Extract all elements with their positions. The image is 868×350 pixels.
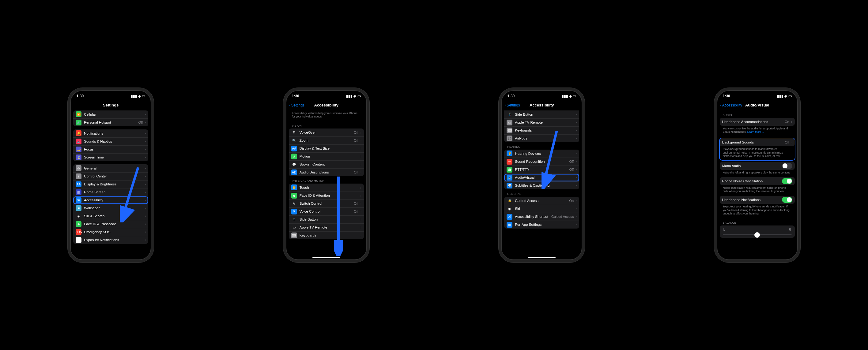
row-guided-access[interactable]: 🔒Guided AccessOn›: [504, 197, 579, 205]
slider-thumb[interactable]: [754, 232, 760, 238]
row-label: Touch: [300, 186, 359, 189]
row-label: Keyboards: [515, 129, 574, 132]
row-label: Face ID & Attention: [300, 194, 359, 197]
control-center-icon: 🎚: [76, 173, 82, 179]
row-siri-search[interactable]: ◉Siri & Search›: [73, 212, 148, 220]
row-value: Off: [354, 202, 358, 205]
row-keyboards[interactable]: ⌨Keyboards›: [504, 126, 579, 134]
row-hearing-devices[interactable]: 👂Hearing Devices›: [504, 150, 579, 158]
row-sound-recognition[interactable]: 〰Sound RecognitionOff›: [504, 158, 579, 166]
row-label: Wallpaper: [84, 206, 143, 210]
row-display-brightness[interactable]: AADisplay & Brightness›: [73, 180, 148, 188]
row-accessibility[interactable]: ⌘Accessibility›: [73, 196, 148, 204]
row-side-button[interactable]: 📱Side Button›: [289, 215, 364, 223]
row-mono-audio[interactable]: Mono Audio: [720, 162, 795, 170]
row-apple-tv-remote[interactable]: ▭Apple TV Remote›: [289, 223, 364, 231]
chevron-right-icon: ›: [576, 160, 577, 164]
row-label: Sounds & Haptics: [84, 140, 143, 143]
row-label: Switch Control: [300, 202, 354, 205]
row-airpods[interactable]: 🎧AirPods›: [504, 134, 579, 142]
slider-track[interactable]: [723, 234, 792, 235]
row-touch[interactable]: ✋Touch›: [289, 183, 364, 191]
row-audio-descriptions[interactable]: ADAudio DescriptionsOff›: [289, 168, 364, 176]
row-face-id-passcode[interactable]: ☻Face ID & Passcode›: [73, 220, 148, 228]
row-keyboards[interactable]: ⌨Keyboards›: [289, 231, 364, 239]
chevron-right-icon: ›: [360, 130, 362, 135]
hp-body: You can customize the audio for supporte…: [720, 126, 795, 136]
row-value: Off: [354, 210, 358, 213]
row-label: Audio/Visual: [515, 176, 574, 179]
row-per-app-settings[interactable]: ▦Per-App Settings›: [504, 220, 579, 229]
row-value: Off: [354, 170, 358, 174]
row-sounds-haptics[interactable]: 🔈Sounds & Haptics›: [73, 137, 148, 145]
battery-icon: ▭: [142, 94, 145, 98]
row-background-sounds[interactable]: Background Sounds Off ›: [720, 138, 795, 146]
settings-list[interactable]: 📶Cellular›🔗Personal HotspotOff› 🔔Notific…: [71, 110, 151, 259]
row-emergency-sos[interactable]: SOSEmergency SOS›: [73, 228, 148, 236]
row-voice-control[interactable]: 🎙Voice ControlOff›: [289, 207, 364, 215]
chevron-right-icon: ›: [576, 167, 577, 172]
accessibility-list[interactable]: Accessibility features help you customiz…: [286, 110, 366, 259]
row-switch-control[interactable]: ⇆Switch ControlOff›: [289, 200, 364, 207]
row-voiceover[interactable]: ☊VoiceOverOff›: [289, 129, 364, 136]
toggle-mono-audio[interactable]: [782, 163, 792, 169]
row-label: Voice Control: [300, 210, 354, 213]
section-balance: BALANCE: [720, 218, 795, 225]
row-label: Cellular: [84, 113, 143, 116]
row-wallpaper[interactable]: ❀Wallpaper›: [73, 204, 148, 212]
row-accessibility-shortcut[interactable]: ⌘Accessibility ShortcutGuided Access›: [504, 213, 579, 220]
row-personal-hotspot[interactable]: 🔗Personal HotspotOff›: [73, 118, 148, 126]
row-general[interactable]: ⚙General›: [73, 164, 148, 172]
row-apple-tv-remote[interactable]: ▭Apple TV Remote›: [504, 118, 579, 126]
home-indicator[interactable]: [528, 257, 556, 258]
accessibility-list[interactable]: 📱Side Button›▭Apple TV Remote›⌨Keyboards…: [502, 110, 582, 259]
back-button[interactable]: ‹ Settings: [289, 100, 305, 110]
row-siri[interactable]: ◉Siri›: [504, 205, 579, 213]
back-button[interactable]: ‹ Accessibility: [720, 100, 742, 110]
row-cellular[interactable]: 📶Cellular›: [73, 110, 148, 118]
back-button[interactable]: ‹ Settings: [505, 100, 520, 110]
audio-visual-list[interactable]: AUDIO Headphone Accommodations On › You …: [717, 110, 797, 259]
row-rtt-tty[interactable]: ☎RTT/TTYOff›: [504, 166, 579, 173]
row-label: Per-App Settings: [515, 223, 574, 226]
toggle-headphone-notifications[interactable]: [782, 197, 792, 203]
touch-icon: ✋: [291, 184, 297, 190]
learn-more-link[interactable]: Learn more…: [747, 130, 764, 133]
row-home-screen[interactable]: ▦Home Screen›: [73, 188, 148, 196]
row-zoom[interactable]: 🔍ZoomOff›: [289, 136, 364, 144]
chevron-right-icon: ›: [576, 151, 577, 156]
row-label: Hearing Devices: [515, 152, 574, 155]
bg-body: Plays background sounds to mask unwanted…: [720, 146, 795, 160]
row-face-id-attention[interactable]: ☻Face ID & Attention›: [289, 191, 364, 200]
chevron-right-icon: ›: [145, 206, 146, 210]
row-display-text-size[interactable]: AADisplay & Text Size›: [289, 144, 364, 152]
row-screen-time[interactable]: ⏳Screen Time›: [73, 153, 148, 161]
chevron-right-icon: ›: [360, 233, 362, 237]
toggle-noise-cancellation[interactable]: [782, 178, 792, 184]
row-control-center[interactable]: 🎚Control Center›: [73, 172, 148, 180]
chevron-right-icon: ›: [360, 217, 362, 221]
chevron-right-icon: ›: [576, 183, 577, 187]
home-indicator[interactable]: [312, 257, 340, 258]
per-app-settings-icon: ▦: [506, 222, 513, 228]
row-headphone-notifications[interactable]: Headphone Notifications: [720, 196, 795, 204]
row-focus[interactable]: 🌙Focus›: [73, 145, 148, 153]
row-side-button[interactable]: 📱Side Button›: [504, 110, 579, 118]
chevron-right-icon: ›: [360, 185, 362, 190]
row-notifications[interactable]: 🔔Notifications›: [73, 130, 148, 137]
row-headphone-accommodations[interactable]: Headphone Accommodations On ›: [720, 118, 795, 126]
row-subtitles-captioning[interactable]: 💬Subtitles & Captioning›: [504, 181, 579, 189]
status-time: 1:30: [507, 94, 515, 98]
row-motion[interactable]: ◎Motion›: [289, 152, 364, 160]
balance-slider[interactable]: L R: [720, 225, 795, 235]
section-hearing: HEARING: [504, 142, 579, 150]
row-label: AirPods: [515, 136, 574, 140]
row-spoken-content[interactable]: 💬Spoken Content›: [289, 160, 364, 168]
row-exposure-notifications[interactable]: ⊙Exposure Notifications›: [73, 236, 148, 244]
chevron-right-icon: ›: [791, 140, 792, 144]
row-noise-cancellation[interactable]: Phone Noise Cancellation: [720, 177, 795, 185]
audio-visual-icon: 🔊: [506, 175, 513, 180]
balance-l: L: [723, 228, 725, 231]
row-audio-visual[interactable]: 🔊Audio/Visual›: [504, 173, 579, 181]
audio-descriptions-icon: AD: [291, 170, 297, 175]
